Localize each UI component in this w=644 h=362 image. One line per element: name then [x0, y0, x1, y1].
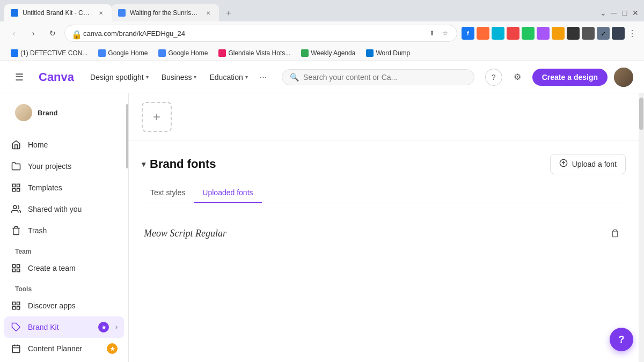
sidebar-item-templates[interactable]: Templates — [4, 177, 124, 198]
ext-4[interactable] — [522, 27, 535, 40]
nav-design-spotlight-chevron: ▾ — [146, 74, 149, 80]
sidebar-item-create-team[interactable]: Create a team — [4, 257, 124, 279]
tab-close-google[interactable]: ✕ — [204, 9, 213, 17]
bookmark-word-dump[interactable]: Word Dump — [362, 48, 414, 58]
sidebar-item-your-projects[interactable]: Your projects — [4, 156, 124, 177]
bookmark-glendale[interactable]: Glendale Vista Hots... — [214, 48, 295, 58]
close-window-button[interactable]: ✕ — [631, 9, 640, 17]
svg-rect-8 — [12, 269, 15, 272]
ext-facebook[interactable]: f — [462, 27, 474, 40]
svg-rect-14 — [12, 345, 20, 353]
bookmark-detective[interactable]: (1) DETECTIVE CON... — [6, 48, 92, 58]
hamburger-button[interactable]: ☰ — [11, 69, 28, 86]
bookmark-label-1: (1) DETECTIVE CON... — [20, 49, 87, 57]
sidebar-section-team: Team — [4, 241, 124, 257]
ext-1[interactable] — [477, 27, 489, 40]
font-delete-button[interactable] — [606, 225, 624, 242]
right-scrollbar[interactable] — [639, 93, 644, 362]
nav-links: Design spotlight ▾ Business ▾ Education … — [85, 69, 271, 85]
nav-design-spotlight[interactable]: Design spotlight ▾ — [85, 70, 154, 85]
tab-text-styles-label: Text styles — [150, 188, 185, 197]
ext-3[interactable] — [507, 27, 519, 40]
tab-google[interactable]: Waiting for the Sunrise - Google... ✕ — [112, 4, 219, 21]
tab-canva[interactable]: Untitled Brand Kit - Canva ✕ — [4, 4, 112, 21]
sidebar-item-shared-with-you[interactable]: Shared with you — [4, 198, 124, 220]
tab-text-styles[interactable]: Text styles — [142, 183, 194, 203]
nav-business-chevron: ▾ — [194, 74, 196, 80]
sidebar-item-brand-kit[interactable]: Brand Kit ★ › — [4, 316, 124, 338]
create-team-icon — [11, 263, 21, 274]
sidebar-item-content-planner[interactable]: Content Planner ★ — [4, 338, 124, 359]
bookmark-label-5: Weekly Agenda — [311, 49, 355, 57]
ext-7[interactable] — [567, 27, 580, 40]
sidebar-item-home[interactable]: Home — [4, 134, 124, 156]
ext-profile[interactable] — [612, 27, 625, 40]
sidebar-item-discover-apps[interactable]: Discover apps — [4, 295, 124, 316]
brand-kit-badge: ★ — [98, 322, 109, 333]
upload-icon — [559, 159, 568, 169]
browser-menu-icon[interactable]: ⋮ — [627, 28, 638, 39]
sidebar-scrollbar-thumb — [126, 104, 128, 168]
sidebar-item-shared-label: Shared with you — [28, 205, 118, 213]
address-bar-actions: ⬆ ☆ — [427, 28, 450, 39]
create-design-button[interactable]: Create a design — [532, 69, 608, 86]
svg-rect-12 — [12, 307, 15, 309]
bookmark-google-home-2[interactable]: Google Home — [154, 48, 212, 58]
section-header: ▾ Brand fonts Upload a font — [142, 154, 626, 174]
nav-design-spotlight-label: Design spotlight — [90, 73, 144, 82]
svg-rect-0 — [12, 184, 15, 187]
floating-help-button[interactable]: ? — [610, 328, 633, 351]
canva-app: ☰ Canva Design spotlight ▾ Business ▾ Ed… — [0, 61, 644, 362]
ext-8[interactable] — [582, 27, 595, 40]
ext-puzzle[interactable]: ⑇ — [597, 27, 610, 40]
bookmark-weekly-agenda[interactable]: Weekly Agenda — [297, 48, 360, 58]
bookmark-favicon-6 — [366, 49, 374, 57]
tab-bar: Untitled Brand Kit - Canva ✕ Waiting for… — [0, 0, 644, 21]
back-button[interactable]: ‹ — [6, 26, 21, 41]
trash-icon — [11, 225, 21, 236]
section-title[interactable]: ▾ Brand fonts — [142, 157, 216, 171]
ext-2[interactable] — [492, 27, 504, 40]
tab-close-canva[interactable]: ✕ — [97, 9, 105, 17]
sidebar-item-brand-kit-label: Brand Kit — [28, 323, 92, 331]
upload-font-button[interactable]: Upload a font — [550, 154, 626, 174]
maximize-button[interactable]: □ — [620, 9, 629, 17]
sidebar-scrollbar[interactable] — [126, 93, 128, 361]
address-bar[interactable]: 🔒 canva.com/brand/kAFEDHgu_24 ⬆ ☆ — [64, 25, 457, 42]
forward-button[interactable]: › — [26, 26, 41, 41]
sidebar-brand[interactable]: Brand — [9, 100, 120, 125]
search-input[interactable] — [303, 73, 466, 82]
ext-5[interactable] — [537, 27, 550, 40]
search-bar[interactable]: 🔍 — [282, 69, 474, 85]
user-avatar[interactable] — [614, 68, 633, 87]
sidebar-item-trash[interactable]: Trash — [4, 220, 124, 241]
tab-uploaded-fonts[interactable]: Uploaded fonts — [194, 183, 261, 203]
new-tab-button[interactable]: ＋ — [221, 5, 236, 20]
bookmark-label-4: Glendale Vista Hots... — [228, 49, 290, 57]
bookmark-star-icon[interactable]: ☆ — [440, 28, 450, 39]
refresh-button[interactable]: ↻ — [45, 26, 60, 41]
canva-logo[interactable]: Canva — [39, 70, 74, 84]
help-button[interactable]: ? — [485, 69, 502, 86]
content-planner-icon — [11, 343, 21, 354]
main-content: Brand Home Your projec — [0, 93, 644, 362]
share-icon[interactable]: ⬆ — [427, 28, 437, 39]
settings-button[interactable]: ⚙ — [509, 69, 526, 86]
right-scrollbar-thumb — [639, 98, 643, 130]
nav-business[interactable]: Business ▾ — [156, 70, 202, 85]
bookmark-google-home-1[interactable]: Google Home — [94, 48, 152, 58]
sidebar-item-content-planner-label: Content Planner — [28, 344, 100, 353]
brand-kit-icon — [11, 322, 21, 333]
nav-education[interactable]: Education ▾ — [204, 70, 253, 85]
ext-6[interactable] — [552, 27, 565, 40]
minimize-button[interactable]: ─ — [610, 9, 618, 17]
address-bar-row: ‹ › ↻ 🔒 canva.com/brand/kAFEDHgu_24 ⬆ ☆ … — [0, 21, 644, 45]
top-section: + — [129, 93, 639, 141]
svg-rect-10 — [17, 302, 20, 305]
add-icon: + — [153, 109, 160, 124]
nav-more-button[interactable]: ··· — [255, 69, 271, 85]
header-right: ? ⚙ Create a design — [485, 68, 633, 87]
tab-overflow-button[interactable]: ⌄ — [599, 9, 608, 17]
brand-name: Brand — [38, 109, 58, 117]
add-color-button[interactable]: + — [142, 102, 172, 132]
